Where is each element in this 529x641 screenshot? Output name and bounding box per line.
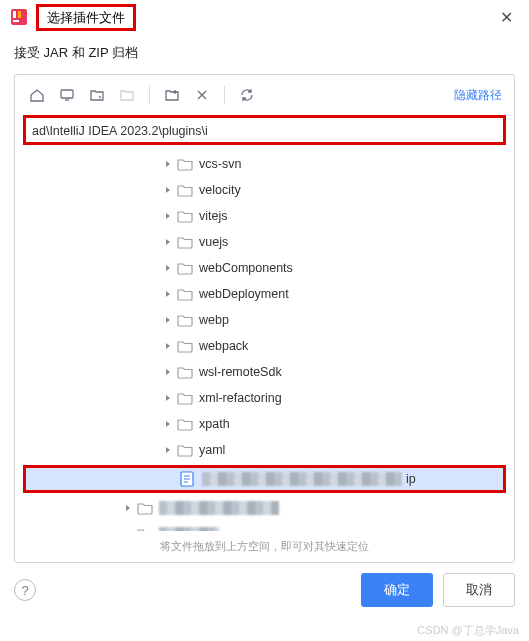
folder-icon <box>137 501 153 515</box>
chevron-right-icon <box>121 530 135 531</box>
cancel-button[interactable]: 取消 <box>443 573 515 607</box>
chevron-right-icon <box>161 290 175 298</box>
ok-button[interactable]: 确定 <box>361 573 433 607</box>
file-suffix: ip <box>406 472 416 486</box>
folder-icon <box>177 339 193 353</box>
folder-icon <box>137 527 153 531</box>
folder-label: webpack <box>199 339 248 353</box>
redacted-filename <box>202 472 402 486</box>
folder-icon <box>177 287 193 301</box>
file-icon <box>180 471 196 487</box>
folder-label: xpath <box>199 417 230 431</box>
dialog-subtitle: 接受 JAR 和 ZIP 归档 <box>0 34 529 74</box>
chevron-right-icon <box>161 368 175 376</box>
chevron-right-icon <box>161 160 175 168</box>
title-highlight: 选择插件文件 <box>36 4 136 31</box>
path-field-highlight <box>23 115 506 145</box>
selected-file-row[interactable]: ip <box>23 465 506 493</box>
svg-rect-1 <box>13 20 19 22</box>
tree-folder-row[interactable]: webpack <box>23 333 506 359</box>
folder-icon <box>177 261 193 275</box>
home-icon[interactable] <box>27 85 47 105</box>
folder-label: xml-refactoring <box>199 391 282 405</box>
file-chooser-panel: 隐藏路径 vcs-svnvelocityvitejsvuejswebCompon… <box>14 74 515 563</box>
folder-icon <box>177 313 193 327</box>
tree-folder-row[interactable]: vuejs <box>23 229 506 255</box>
new-folder-icon[interactable] <box>162 85 182 105</box>
folder-label: vitejs <box>199 209 227 223</box>
chevron-right-icon <box>161 264 175 272</box>
folder-icon <box>177 391 193 405</box>
folder-icon <box>177 235 193 249</box>
chevron-right-icon <box>161 420 175 428</box>
folder-icon <box>177 157 193 171</box>
tree-folder-row[interactable]: xpath <box>23 411 506 437</box>
hide-path-link[interactable]: 隐藏路径 <box>454 87 502 104</box>
folder-icon <box>177 417 193 431</box>
drop-hint: 将文件拖放到上方空间，即可对其快速定位 <box>23 531 506 558</box>
tree-folder-row[interactable]: webp <box>23 307 506 333</box>
delete-icon[interactable] <box>192 85 212 105</box>
file-tree[interactable]: vcs-svnvelocityvitejsvuejswebComponentsw… <box>23 151 506 531</box>
svg-rect-3 <box>18 11 21 18</box>
tree-folder-row[interactable]: webDeployment <box>23 281 506 307</box>
redacted-folder <box>159 501 279 515</box>
help-icon[interactable]: ? <box>14 579 36 601</box>
chevron-right-icon <box>161 212 175 220</box>
tree-folder-row[interactable] <box>23 521 506 531</box>
chevron-right-icon <box>161 238 175 246</box>
folder-icon <box>177 183 193 197</box>
folder-label: vcs-svn <box>199 157 241 171</box>
path-input[interactable] <box>32 124 497 138</box>
chevron-right-icon <box>161 342 175 350</box>
chevron-right-icon <box>161 394 175 402</box>
folder-icon <box>177 443 193 457</box>
tree-folder-row[interactable]: xml-refactoring <box>23 385 506 411</box>
project-icon[interactable] <box>87 85 107 105</box>
desktop-icon[interactable] <box>57 85 77 105</box>
tree-folder-row[interactable]: vitejs <box>23 203 506 229</box>
window-title: 选择插件文件 <box>47 10 125 25</box>
folder-label: webDeployment <box>199 287 289 301</box>
folder-icon <box>177 365 193 379</box>
svg-rect-4 <box>61 90 73 98</box>
close-button[interactable]: ✕ <box>494 6 519 29</box>
tree-folder-row[interactable]: vcs-svn <box>23 151 506 177</box>
folder-label: vuejs <box>199 235 228 249</box>
module-icon[interactable] <box>117 85 137 105</box>
tree-folder-row[interactable] <box>23 495 506 521</box>
folder-label: yaml <box>199 443 225 457</box>
folder-label: wsl-remoteSdk <box>199 365 282 379</box>
svg-rect-2 <box>13 11 16 18</box>
chevron-right-icon <box>161 186 175 194</box>
tree-folder-row[interactable]: velocity <box>23 177 506 203</box>
separator <box>149 86 150 104</box>
chevron-right-icon <box>161 446 175 454</box>
folder-label: velocity <box>199 183 241 197</box>
tree-folder-row[interactable]: yaml <box>23 437 506 463</box>
chevron-right-icon <box>121 504 135 512</box>
separator <box>224 86 225 104</box>
app-icon <box>10 8 28 26</box>
redacted-folder <box>159 527 219 531</box>
folder-label: webComponents <box>199 261 293 275</box>
folder-icon <box>177 209 193 223</box>
watermark: CSDN @丁总学Java <box>417 623 519 638</box>
toolbar: 隐藏路径 <box>23 83 506 113</box>
refresh-icon[interactable] <box>237 85 257 105</box>
folder-label: webp <box>199 313 229 327</box>
chevron-right-icon <box>161 316 175 324</box>
tree-folder-row[interactable]: webComponents <box>23 255 506 281</box>
tree-folder-row[interactable]: wsl-remoteSdk <box>23 359 506 385</box>
